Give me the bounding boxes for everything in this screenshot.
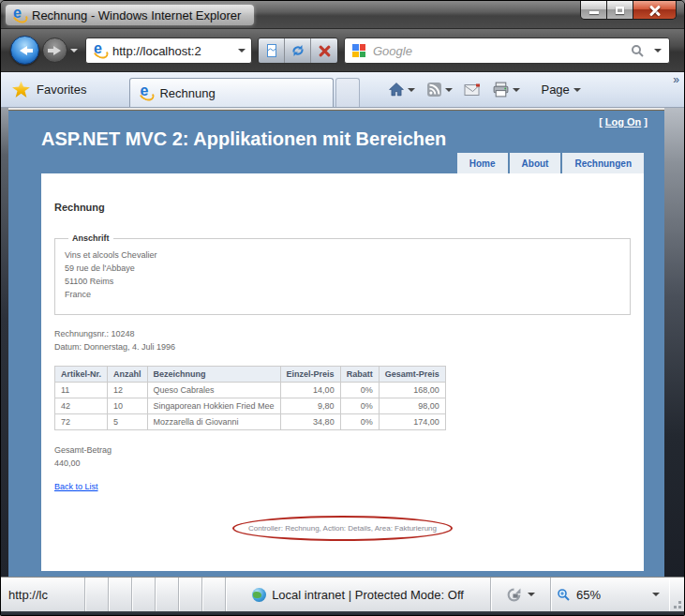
search-placeholder[interactable]: Google	[373, 44, 631, 58]
back-to-list-link[interactable]: Back to List	[54, 482, 98, 491]
compat-refresh-icon	[506, 587, 522, 603]
mail-icon	[464, 83, 481, 97]
intranet-globe-icon	[252, 588, 266, 602]
tab-rechnung[interactable]: Rechnung	[129, 78, 334, 107]
search-icon[interactable]	[631, 44, 645, 58]
page-menu[interactable]: Page	[541, 83, 569, 97]
zoom-dropdown-caret[interactable]	[652, 593, 660, 596]
compatibility-zone-button[interactable]	[491, 578, 551, 611]
window-frame-bottom	[1, 611, 684, 616]
cell-einzelpreis: 9,80	[280, 398, 340, 414]
history-dropdown-caret[interactable]	[70, 49, 78, 53]
address-line: 59 rue de l'Abbaye	[65, 262, 620, 275]
minimize-button[interactable]	[581, 1, 607, 19]
cell-artikel: 72	[55, 414, 108, 430]
total-label: Gesamt-Betrag	[54, 443, 631, 457]
compatibility-view-button[interactable]	[259, 38, 285, 63]
main-content: Rechnung Anschrift Vins et alcools Cheva…	[41, 173, 644, 571]
page-heading: Rechnung	[54, 202, 631, 213]
cell-anzahl: 12	[108, 383, 148, 398]
status-cell	[109, 578, 132, 611]
address-url[interactable]: http://localhost:2	[112, 44, 233, 58]
address-command-buttons	[258, 38, 338, 64]
cell-gesamtpreis: 174,00	[379, 414, 445, 430]
stop-button[interactable]	[311, 38, 337, 63]
route-info-annotation: Controller: Rechnung, Action: Details, A…	[232, 516, 453, 541]
browser-window: Rechnung - Windows Internet Explorer htt…	[0, 0, 685, 616]
status-cell	[132, 578, 156, 611]
tab-title: Rechnung	[159, 86, 215, 100]
cell-einzelpreis: 34,80	[280, 414, 340, 430]
status-url: http://lc	[1, 578, 85, 611]
cell-anzahl: 5	[108, 414, 148, 430]
status-cell	[202, 578, 226, 611]
status-cell	[85, 578, 109, 611]
invoice-number: Rechnungsnr.: 10248	[54, 327, 631, 340]
forward-button[interactable]	[42, 38, 67, 63]
cell-bezeichnung: Queso Cabrales	[147, 383, 280, 398]
zoom-magnifier-icon	[557, 588, 571, 602]
total-value: 440,00	[54, 457, 631, 470]
menu-item-rechnungen[interactable]: Rechnungen	[562, 153, 644, 173]
search-box[interactable]: Google	[344, 38, 670, 64]
home-button[interactable]	[384, 79, 419, 100]
back-arrow-icon	[20, 46, 27, 55]
favorites-bar: Favorites Rechnung	[1, 72, 684, 108]
refresh-button[interactable]	[285, 38, 311, 63]
close-button[interactable]	[633, 1, 676, 19]
address-line: France	[65, 288, 620, 301]
feeds-button[interactable]	[423, 79, 456, 100]
anschrift-legend: Anschrift	[68, 233, 113, 243]
minimize-icon	[589, 11, 599, 14]
cell-rabatt: 0%	[340, 398, 379, 414]
print-dropdown-caret[interactable]	[513, 88, 520, 92]
cell-gesamtpreis: 168,00	[379, 383, 445, 398]
logon-bracket-open: [	[599, 116, 603, 128]
forward-arrow-icon	[53, 46, 61, 55]
resize-grip[interactable]	[669, 578, 684, 611]
refresh-icon	[290, 43, 305, 58]
feeds-dropdown-caret[interactable]	[445, 88, 453, 92]
print-button[interactable]	[488, 79, 524, 100]
new-tab-stub[interactable]	[335, 78, 360, 107]
status-bar: http://lc Local intranet | Protected Mod…	[1, 577, 684, 611]
menu-item-about[interactable]: About	[510, 153, 561, 173]
read-mail-button[interactable]	[460, 80, 484, 99]
address-bar[interactable]: http://localhost:2	[85, 38, 252, 64]
zoom-control[interactable]: 65%	[551, 578, 669, 611]
tab-ie-icon	[138, 85, 153, 100]
col-einzel-preis: Einzel-Preis	[280, 367, 340, 383]
rss-icon	[426, 82, 442, 98]
toolbar-overflow-chevron[interactable]: »	[673, 73, 679, 86]
page-menu-caret[interactable]	[573, 88, 581, 92]
favorites-star-icon[interactable]	[12, 82, 30, 98]
home-icon	[388, 82, 405, 98]
close-icon	[649, 5, 661, 16]
cell-artikel: 42	[55, 398, 108, 414]
home-dropdown-caret[interactable]	[408, 88, 415, 92]
table-row: 42 10 Singaporean Hokkien Fried Mee 9,80…	[55, 398, 446, 414]
logon-area: [Log On]	[599, 116, 648, 128]
maximize-button[interactable]	[607, 1, 633, 19]
logon-link[interactable]: Log On	[605, 116, 642, 128]
cell-rabatt: 0%	[340, 383, 379, 398]
cell-artikel: 11	[55, 383, 108, 398]
col-bezeichnung: Bezeichnung	[147, 367, 280, 383]
search-options-caret[interactable]	[654, 49, 662, 53]
navigation-toolbar: http://localhost:2 Go	[1, 29, 684, 72]
address-line: Vins et alcools Chevalier	[65, 248, 620, 262]
maximize-icon	[616, 7, 624, 14]
back-button[interactable]	[10, 36, 39, 65]
menu-item-home[interactable]: Home	[457, 153, 508, 173]
status-cell	[156, 578, 179, 611]
google-icon	[352, 44, 365, 57]
cell-rabatt: 0%	[340, 414, 379, 430]
favorites-label[interactable]: Favorites	[37, 83, 86, 97]
stop-icon	[319, 45, 331, 57]
compat-dropdown-caret[interactable]	[528, 593, 535, 596]
cell-bezeichnung: Mozzarella di Giovanni	[147, 414, 280, 430]
col-gesamt-preis: Gesamt-Preis	[379, 367, 445, 383]
broken-page-icon	[264, 43, 279, 58]
address-dropdown-button[interactable]	[233, 40, 249, 61]
window-title: Rechnung - Windows Internet Explorer	[32, 8, 241, 23]
